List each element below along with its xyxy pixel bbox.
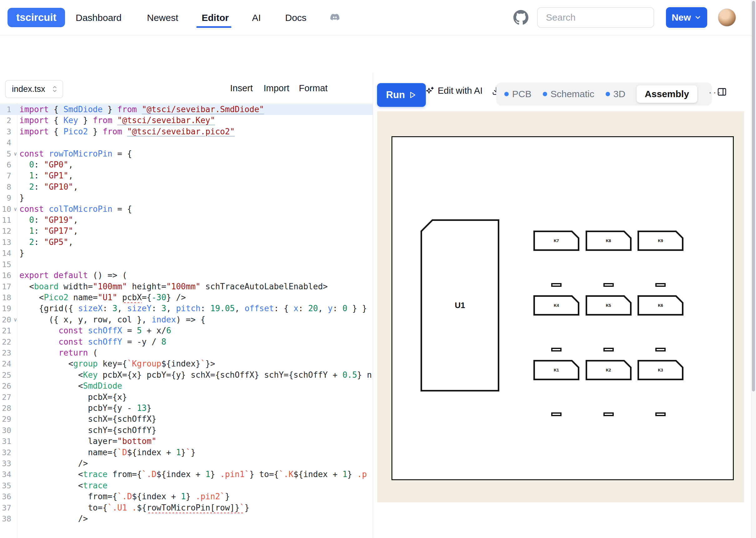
code-line[interactable]: 24 <group key={`Kgroup${index}`}> [0,358,373,369]
code-line[interactable]: 30 schY={schOffY} [0,425,373,436]
code-line[interactable]: 38 /> [0,513,373,524]
active-tab-underline [196,26,231,28]
nav-link-editor[interactable]: Editor [202,13,229,23]
code-line[interactable]: 19 {grid({ sizeX: 3, sizeY: 3, pitch: 19… [0,303,373,314]
assembly-canvas[interactable]: U1 K7K8K9K4K5K6K1K2K3 [377,111,744,502]
key-label: K1 [533,360,579,380]
search-input[interactable] [545,12,639,23]
code-line[interactable]: 27 pcbX={x} [0,392,373,403]
run-button[interactable]: Run [377,83,426,107]
diode-slit [605,284,612,286]
code-line[interactable]: 37 to={`.U1 .${rowToMicroPin[row]}`} [0,502,373,513]
file-selector[interactable]: index.tsx [5,80,63,98]
assembly-diode [655,283,666,287]
code-line[interactable]: 28 pcbY={y - 13} [0,403,373,414]
code-line[interactable]: 3import { Pico2 } from "@tsci/seveibar.p… [0,126,373,137]
code-line[interactable]: 18 <Pico2 name="U1" pcbX={-30} /> [0,292,373,303]
code-line[interactable]: 34 <trace from={`.D${index + 1} .pin1`} … [0,469,373,480]
diode-slit [552,414,560,415]
code-line[interactable]: 25 <Key pcbX={x} pcbY={y} schX={schOffX}… [0,370,373,381]
new-button-label: New [671,12,691,23]
line-number: 9 [0,192,11,203]
discord-icon[interactable] [329,13,341,23]
code-line[interactable]: 4 [0,137,373,148]
assembly-diode [604,283,614,287]
code-text: <trace [19,480,373,491]
page-scrollbar-thumb[interactable] [752,1,755,392]
code-text: to={`.U1 .${rowToMicroPin[row]}`} [19,502,373,513]
code-line[interactable]: 6 0: "GP0", [0,159,373,170]
fold-chevron-icon[interactable]: ∨ [11,314,19,325]
fold-spacer [11,502,19,513]
line-number: 16 [0,270,11,281]
code-lines[interactable]: 1import { SmdDiode } from "@tsci/seveiba… [0,104,373,524]
assembly-key-k1: K1 [533,360,579,380]
code-line[interactable]: 26 <SmdDiode [0,381,373,392]
diode-slit [657,349,665,350]
tab-pcb[interactable]: PCB [504,89,532,99]
code-line[interactable]: 35 <trace [0,480,373,491]
assembly-diode [655,348,666,351]
code-line[interactable]: 5∨const rowToMicroPin = { [0,148,373,159]
diode-slit [605,349,612,350]
code-line[interactable]: 2import { Key } from "@tsci/seveibar.Key… [0,115,373,126]
code-line[interactable]: 9} [0,192,373,203]
tab-assembly[interactable]: Assembly [637,85,697,103]
fold-chevron-icon[interactable]: ∨ [11,204,19,215]
code-line[interactable]: 8 2: "GP10", [0,182,373,192]
code-line[interactable]: 20∨ ({ x, y, row, col }, index) => { [0,314,373,325]
fold-spacer [11,248,19,259]
fold-spacer [11,436,19,447]
code-line[interactable]: 11 0: "GP19", [0,215,373,226]
code-line[interactable]: 31 layer="bottom" [0,436,373,447]
code-text: return ( [19,348,373,358]
code-line[interactable]: 12 1: "GP17", [0,226,373,237]
assembly-diode [655,412,666,416]
line-number: 5 [0,148,11,159]
fold-chevron-icon[interactable]: ∨ [11,148,19,159]
code-line[interactable]: 21 const schOffX = 5 + x/6 [0,325,373,336]
menu-insert[interactable]: Insert [230,83,253,93]
code-line[interactable]: 32 name={`D${index + 1}`} [0,447,373,458]
code-text: const schOffY = -y / 8 [19,337,373,348]
code-line[interactable]: 17 <board width="100mm" height="100mm" s… [0,281,373,292]
github-icon[interactable] [513,10,528,25]
code-text: schY={schOffY} [19,425,373,436]
tabs-overflow-button[interactable]: ··· [709,89,722,99]
nav-link-newest[interactable]: Newest [147,13,178,23]
code-line[interactable]: 33 /> [0,458,373,469]
new-button[interactable]: New [666,7,707,28]
line-number: 1 [0,104,11,115]
code-line[interactable]: 15 [0,259,373,270]
code-line[interactable]: 23 return ( [0,348,373,358]
fold-spacer [11,392,19,403]
tab-schematic[interactable]: Schematic [543,89,594,99]
tab-3d[interactable]: 3D [606,89,625,99]
nav-link-ai[interactable]: AI [252,13,261,23]
user-avatar[interactable] [718,8,736,27]
code-editor-panel: index.tsx Insert Import Format 1import {… [0,73,373,538]
menu-format[interactable]: Format [299,83,328,93]
edit-with-ai-button[interactable]: Edit with AI [425,85,483,96]
code-line[interactable]: 14} [0,248,373,259]
code-line[interactable]: 10∨const colToMicroPin = { [0,204,373,215]
code-line[interactable]: 29 schX={schOffX} [0,414,373,425]
updown-chevron-icon [51,85,58,93]
chip-label: U1 [421,219,499,392]
code-line[interactable]: 1import { SmdDiode } from "@tsci/seveiba… [0,104,373,115]
code-line[interactable]: 7 1: "GP1", [0,170,373,181]
nav-link-dashboard[interactable]: Dashboard [76,13,122,23]
line-number: 33 [0,458,11,469]
tscircuit-logo[interactable]: tscircuit [8,8,65,27]
menu-import[interactable]: Import [263,83,289,93]
code-line[interactable]: 13 2: "GP5", [0,237,373,248]
line-number: 20 [0,314,11,325]
code-text: const rowToMicroPin = { [19,148,373,159]
status-dot-icon [543,92,547,96]
code-line[interactable]: 16export default () => ( [0,270,373,281]
code-line[interactable]: 36 from={`.D${index + 1} .pin2`} [0,491,373,502]
nav-link-docs[interactable]: Docs [285,13,306,23]
code-text: 2: "GP5", [19,237,373,248]
code-line[interactable]: 22 const schOffY = -y / 8 [0,337,373,348]
line-number: 35 [0,480,11,491]
